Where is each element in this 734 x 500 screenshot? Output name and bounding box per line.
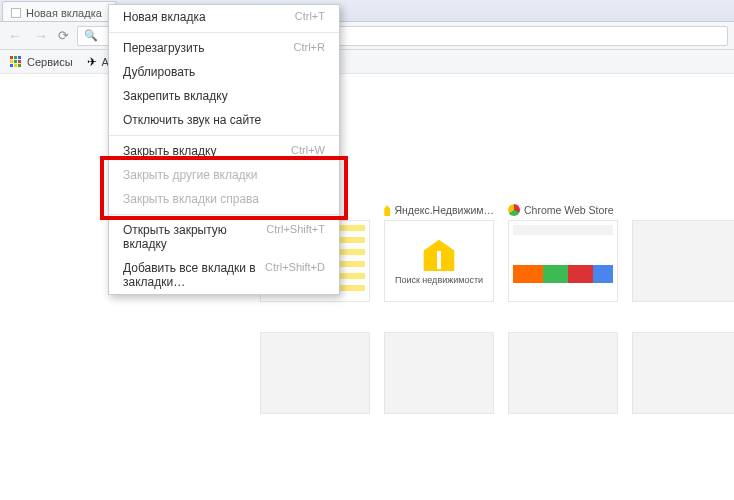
menu-reload[interactable]: Перезагрузить Ctrl+R [109,36,339,60]
menu-label: Добавить все вкладки в закладки… [123,261,265,289]
thumbnail-preview [632,332,734,414]
house-icon [422,237,456,271]
menu-separator [109,135,339,136]
menu-label: Перезагрузить [123,41,204,55]
tab-context-menu: Новая вкладка Ctrl+T Перезагрузить Ctrl+… [108,4,340,295]
thumbnail-tile[interactable] [632,316,734,414]
menu-shortcut: Ctrl+R [294,41,325,55]
thumbnail-tile[interactable] [384,316,494,414]
thumbnail-preview [508,332,618,414]
thumbnail-preview [508,220,618,302]
menu-label: Закрепить вкладку [123,89,228,103]
thumbnail-title: Chrome Web Store [508,204,618,216]
menu-new-tab[interactable]: Новая вкладка Ctrl+T [109,5,339,29]
thumbnail-preview [384,332,494,414]
thumbnail-title: Яндекс.Недвижим… [384,204,494,216]
apps-icon [10,56,22,68]
menu-bookmark-all-tabs[interactable]: Добавить все вкладки в закладки… Ctrl+Sh… [109,256,339,294]
thumbnail-tile[interactable] [260,316,370,414]
thumbnail-preview [632,220,734,302]
menu-pin-tab[interactable]: Закрепить вкладку [109,84,339,108]
plane-icon: ✈ [87,55,97,69]
thumbnail-title [632,204,734,216]
thumbnail-tile[interactable]: Яндекс.Недвижим… Поиск недвижимости [384,204,494,302]
menu-label: Закрыть вкладку [123,144,216,158]
chrome-web-store-icon [508,204,520,216]
search-icon: 🔍 [84,29,98,42]
thumbnail-preview [260,332,370,414]
menu-shortcut: Ctrl+Shift+T [266,223,325,251]
thumbnail-preview: Поиск недвижимости [384,220,494,302]
tab-title: Новая вкладка [26,7,102,19]
thumbnail-tile[interactable] [508,316,618,414]
back-button[interactable]: ← [6,28,24,44]
tab-favicon [11,8,21,18]
menu-separator [109,32,339,33]
yandex-realty-icon [384,204,390,216]
apps-label: Сервисы [27,56,73,68]
menu-shortcut: Ctrl+Shift+D [265,261,325,289]
menu-shortcut: Ctrl+T [295,10,325,24]
thumbnail-tile[interactable]: Chrome Web Store [508,204,618,302]
menu-mute-site[interactable]: Отключить звук на сайте [109,108,339,132]
forward-button[interactable]: → [32,28,50,44]
menu-close-tab[interactable]: Закрыть вкладку Ctrl+W [109,139,339,163]
menu-close-right: Закрыть вкладки справа [109,187,339,211]
menu-label: Отключить звук на сайте [123,113,261,127]
menu-duplicate[interactable]: Дублировать [109,60,339,84]
menu-label: Открыть закрытую вкладку [123,223,266,251]
menu-label: Закрыть другие вкладки [123,168,258,182]
active-tab[interactable]: Новая вкладка [2,1,117,21]
menu-separator [109,214,339,215]
apps-shortcut[interactable]: Сервисы [10,56,73,68]
menu-shortcut: Ctrl+W [291,144,325,158]
menu-close-others: Закрыть другие вкладки [109,163,339,187]
thumbnail-tile[interactable] [632,204,734,302]
menu-label: Дублировать [123,65,195,79]
menu-reopen-closed-tab[interactable]: Открыть закрытую вкладку Ctrl+Shift+T [109,218,339,256]
thumbnail-title-text: Яндекс.Недвижим… [394,204,494,216]
menu-label: Новая вкладка [123,10,206,24]
reload-button[interactable]: ⟳ [58,28,69,43]
thumbnail-caption: Поиск недвижимости [395,275,483,285]
thumbnail-title-text: Chrome Web Store [524,204,614,216]
menu-label: Закрыть вкладки справа [123,192,259,206]
